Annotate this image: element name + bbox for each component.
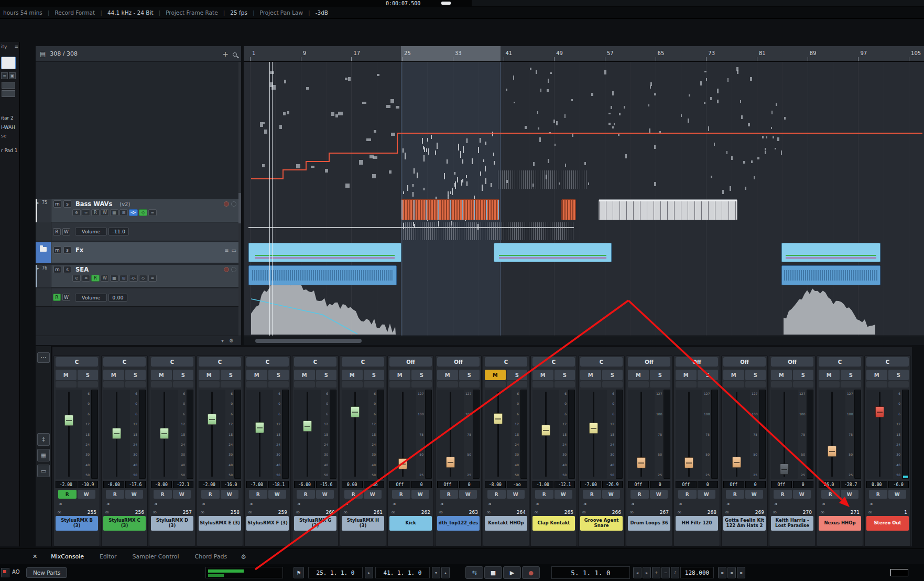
automation-value[interactable]: -11.0 [108, 228, 129, 235]
mute-button[interactable]: M [437, 370, 458, 380]
monitor-button[interactable] [231, 201, 236, 207]
marker-flag-button[interactable]: ⚑ [293, 567, 304, 578]
solo-button[interactable]: S [841, 370, 862, 380]
track-control-button[interactable]: ◇ [139, 209, 147, 216]
fader-cap[interactable] [398, 458, 407, 469]
solo-button[interactable]: S [888, 370, 909, 380]
solo-button[interactable]: s [63, 246, 71, 254]
midi-part[interactable] [781, 243, 880, 262]
track-control-button[interactable]: ≡ [148, 275, 157, 282]
rack-item-label[interactable]: I-WAH [1, 125, 15, 130]
track-control-button[interactable]: W [101, 209, 109, 216]
write-automation-button[interactable]: W [650, 490, 668, 499]
solo-button[interactable]: s [63, 266, 71, 273]
mute-button[interactable]: M [771, 370, 792, 380]
read-automation-button[interactable]: R [535, 490, 553, 499]
volume-fader[interactable] [294, 390, 321, 479]
channel-routing-button[interactable]: Off [723, 357, 766, 367]
write-automation-button[interactable]: W [698, 490, 716, 499]
listen-button[interactable] [628, 381, 649, 388]
mute-button[interactable]: M [151, 370, 172, 380]
edit-button[interactable] [888, 381, 909, 388]
mute-button[interactable]: M [342, 370, 363, 380]
mute-button[interactable]: M [485, 370, 506, 380]
edit-button[interactable] [364, 381, 385, 388]
menu-icon[interactable]: ≡ [14, 44, 18, 49]
fader-value[interactable]: Off [389, 481, 410, 488]
track-name[interactable]: SEA [75, 266, 89, 273]
fader-cap[interactable] [875, 406, 884, 417]
volume-fader[interactable] [103, 390, 130, 479]
channel-routing-button[interactable]: C [294, 357, 336, 367]
track-control-button[interactable]: -o- [129, 275, 138, 282]
tempo-track-button[interactable]: ▪ [718, 567, 726, 578]
nudge-right-button[interactable]: ▸ [643, 567, 651, 578]
read-automation-button[interactable]: R [583, 490, 601, 499]
mute-button[interactable]: M [56, 370, 77, 380]
listen-button[interactable] [819, 381, 840, 388]
automation-lane-sea[interactable]: R W Volume 0.00 [36, 288, 238, 307]
write-automation-button[interactable]: W [841, 490, 859, 499]
channel-name-label[interactable]: Nexus HHOp [819, 516, 861, 531]
read-automation-button[interactable]: R [58, 490, 77, 499]
solo-button[interactable]: S [745, 370, 766, 380]
fader-value[interactable]: Off [437, 481, 458, 488]
read-automation-button[interactable]: R [821, 490, 840, 499]
channel-name-label[interactable]: HH Filtr 120 [676, 516, 718, 531]
mute-button[interactable]: M [199, 370, 220, 380]
solo-button[interactable]: S [364, 370, 385, 380]
write-automation-button[interactable]: W [62, 294, 70, 301]
rack-item-label[interactable]: se [1, 133, 6, 138]
event-area[interactable] [244, 62, 924, 336]
edit-button[interactable] [745, 381, 766, 388]
write-automation-button[interactable]: W [268, 490, 287, 499]
read-automation-button[interactable]: R [869, 490, 887, 499]
snap-icon[interactable] [1, 568, 9, 577]
edit-button[interactable] [125, 381, 146, 388]
write-automation-button[interactable]: W [793, 490, 811, 499]
mute-button[interactable]: M [580, 370, 601, 380]
listen-button[interactable] [485, 381, 506, 388]
track-control-button[interactable]: ▦ [110, 209, 118, 216]
fader-value[interactable]: -8.00 [485, 481, 506, 488]
listen-button[interactable] [723, 381, 744, 388]
channel-routing-button[interactable]: Off [676, 357, 718, 367]
nudge-left-button[interactable]: ◂ [633, 567, 642, 578]
close-icon[interactable]: ✕ [32, 553, 37, 560]
audio-event-bass-small[interactable] [561, 199, 576, 220]
listen-button[interactable] [532, 381, 553, 388]
automation-lane-bass[interactable]: R W Volume -11.0 [36, 222, 238, 241]
automation-parameter[interactable]: Volume [75, 294, 107, 302]
edit-button[interactable] [221, 381, 242, 388]
channel-name-label[interactable]: StylusRMX C (3) [103, 516, 146, 531]
channel-routing-button[interactable]: C [532, 357, 575, 367]
channel-name-label[interactable]: StylusRMX E (3) [199, 516, 241, 531]
sync-button[interactable]: ▪ [727, 567, 736, 578]
track-control-button[interactable]: ▦ [110, 275, 118, 282]
fader-cap[interactable] [64, 415, 73, 426]
channel-name-label[interactable]: StylusRMX D (3) [151, 516, 193, 531]
track-control-button[interactable]: e [72, 209, 81, 216]
read-automation-button[interactable]: R [53, 294, 61, 301]
horizontal-scrollbar[interactable] [244, 336, 924, 345]
listen-button[interactable] [389, 381, 410, 388]
folder-icon[interactable] [40, 247, 47, 252]
volume-fader[interactable] [771, 390, 798, 479]
track-list-scrollbar[interactable] [238, 62, 241, 336]
read-automation-button[interactable]: R [106, 490, 124, 499]
write-automation-button[interactable]: W [555, 490, 573, 499]
channel-name-label[interactable]: Gotta Feelin Kit 122 Am Hats 2 [723, 516, 766, 531]
search-icon[interactable] [233, 49, 237, 59]
volume-fader[interactable] [389, 390, 416, 479]
fader-value[interactable]: Off [771, 481, 792, 488]
track-control-button[interactable]: ≡ [148, 209, 157, 216]
channel-routing-button[interactable]: C [103, 357, 146, 367]
channel-routing-button[interactable]: C [342, 357, 384, 367]
listen-button[interactable] [199, 381, 220, 388]
write-automation-button[interactable]: W [745, 490, 764, 499]
edit-button[interactable] [316, 381, 337, 388]
write-automation-button[interactable]: W [125, 490, 144, 499]
time-slider-handle[interactable] [441, 2, 451, 5]
listen-button[interactable] [580, 381, 601, 388]
midi-part[interactable] [494, 243, 612, 262]
